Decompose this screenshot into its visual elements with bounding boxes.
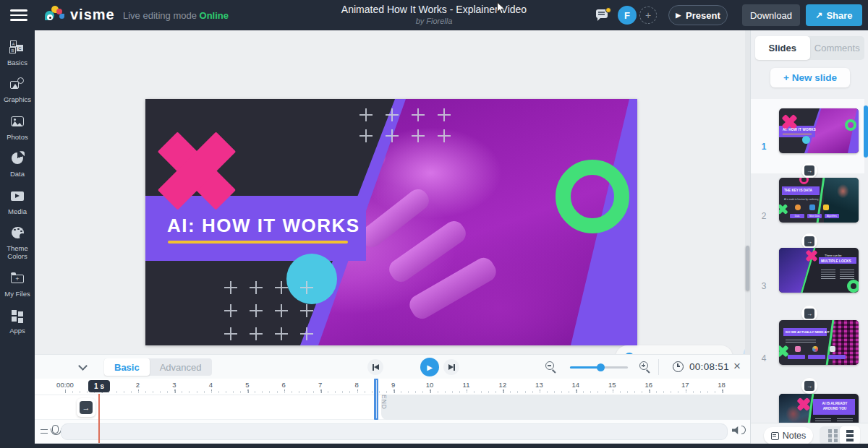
- sidebar-item-basics[interactable]: ABC Basics: [0, 40, 35, 66]
- timeline-ruler[interactable]: 00:00 2 3 4 5 6 7 8 9 10 11 12 13 14 15 …: [35, 379, 750, 395]
- canvas-scrollbar-thumb[interactable]: [746, 246, 749, 290]
- yellow-underline: [168, 241, 348, 244]
- ruler-tick-label: 15: [608, 381, 616, 389]
- live-mode-status: Live editing mode Online: [123, 10, 229, 21]
- slide-title-text[interactable]: AI: HOW IT WORKS: [167, 215, 360, 237]
- notification-dot: [605, 7, 611, 13]
- add-collaborator-button[interactable]: +: [639, 7, 657, 24]
- ruler-start-label: 00:00: [56, 381, 74, 389]
- timeline-toolbar: Basic Advanced ▶ 00:08:51 ×: [35, 354, 750, 379]
- sidebar-item-apps[interactable]: Apps: [0, 309, 35, 335]
- skip-to-start-button[interactable]: [367, 359, 383, 375]
- slide-transition-button[interactable]: →: [801, 306, 817, 322]
- comments-notification-icon[interactable]: [596, 8, 610, 21]
- menu-icon[interactable]: [10, 9, 27, 21]
- tab-slides[interactable]: Slides: [755, 36, 810, 60]
- total-duration: 00:08:51: [689, 361, 729, 372]
- green-ring-shape[interactable]: [556, 160, 629, 233]
- top-bar: visme Live editing mode Online Animated …: [0, 0, 868, 30]
- slide-thumbnail-1[interactable]: AI: HOW IT WORKS: [779, 108, 859, 153]
- notes-button[interactable]: Notes: [764, 427, 813, 444]
- timeline-zoom-out-icon[interactable]: [545, 361, 554, 370]
- ruler-tick-label: 8: [354, 381, 358, 389]
- play-button[interactable]: ▶: [420, 358, 439, 376]
- speaker-wave-icon: [741, 426, 746, 434]
- sidebar-item-graphics[interactable]: Graphics: [0, 77, 35, 103]
- playhead-line[interactable]: [98, 394, 100, 443]
- microphone-icon[interactable]: [52, 425, 59, 434]
- ruler-tick-label: 16: [644, 381, 652, 389]
- left-tool-sidebar: ABC Basics Graphics Photos Data Media Th…: [0, 30, 35, 448]
- tab-basic[interactable]: Basic: [104, 358, 150, 376]
- cyan-circle-shape[interactable]: [286, 254, 337, 304]
- slides-panel: Slides Comments + New slide 1 AI: HOW IT…: [750, 30, 868, 448]
- pink-x-shape[interactable]: [156, 129, 238, 212]
- timeline-zoom-handle[interactable]: [597, 363, 605, 371]
- list-view-button[interactable]: [840, 426, 860, 445]
- slides-scrollbar-thumb[interactable]: [864, 105, 868, 158]
- slide-transition-button[interactable]: →: [801, 163, 817, 178]
- slide-transition-button[interactable]: →: [801, 233, 817, 249]
- canvas-scrollbar[interactable]: [745, 30, 750, 354]
- tab-comments[interactable]: Comments: [810, 36, 865, 60]
- toolbar-divider: [658, 359, 659, 375]
- drag-handle-icon[interactable]: [41, 429, 48, 434]
- panel-tabs: Slides Comments: [755, 36, 864, 60]
- skip-to-end-button[interactable]: [443, 359, 459, 375]
- ruler-tick-label: 11: [463, 381, 470, 389]
- canvas-zoom-control: 42%: [616, 345, 733, 354]
- grid-view-button[interactable]: [820, 426, 840, 445]
- play-icon: ▶: [676, 12, 681, 19]
- slide-thumbnail-4[interactable]: DO WE ACTUALLY NEED AI?: [779, 320, 859, 365]
- slide-canvas[interactable]: AI: HOW IT WORKS: [145, 99, 637, 345]
- sidebar-item-photos[interactable]: Photos: [0, 115, 35, 141]
- timeline-zoom-in-icon[interactable]: [639, 361, 648, 370]
- audio-track-bar[interactable]: [61, 423, 728, 440]
- visme-logo[interactable]: visme: [45, 6, 115, 23]
- share-button[interactable]: ↗ Share: [806, 4, 862, 26]
- playhead-badge[interactable]: 1 s: [88, 380, 110, 392]
- sidebar-item-theme-colors[interactable]: Theme Colors: [0, 226, 35, 261]
- sidebar-item-media[interactable]: Media: [0, 189, 35, 215]
- ruler-tick-label: 10: [426, 381, 434, 389]
- logo-text: visme: [70, 7, 115, 23]
- notes-icon: [771, 432, 779, 440]
- transition-chip[interactable]: →: [77, 398, 95, 417]
- audio-track-row: [35, 420, 750, 444]
- list-view-icon: [846, 430, 854, 433]
- slide-number: 2: [757, 211, 771, 221]
- video-icon: [9, 189, 25, 204]
- ruler-tick-label: 12: [499, 381, 507, 389]
- ruler-tick-label: 3: [172, 381, 176, 389]
- avatar[interactable]: F: [618, 6, 637, 25]
- sidebar-item-my-files[interactable]: + My Files: [0, 272, 35, 298]
- ruler-tick-label: 9: [391, 381, 395, 389]
- close-timeline-icon[interactable]: ×: [733, 359, 741, 374]
- view-toggle: [820, 426, 860, 445]
- editor-canvas: AI: HOW IT WORKS 42%: [35, 30, 745, 354]
- ruler-minor-ticks: [72, 391, 723, 393]
- share-arrow-icon: ↗: [815, 10, 822, 20]
- slide-transition-button[interactable]: →: [801, 378, 817, 394]
- slide-thumbnail-2[interactable]: THE KEY IS DATA AI is made to function b…: [779, 178, 859, 223]
- collapse-timeline-icon[interactable]: [78, 361, 88, 371]
- photo-icon: [9, 115, 25, 129]
- slide-track[interactable]: →: [35, 395, 750, 420]
- new-slide-button[interactable]: + New slide: [770, 68, 850, 87]
- download-button[interactable]: Download: [742, 4, 800, 26]
- track-after-end-region: [381, 395, 750, 420]
- shapes-icon: [9, 77, 25, 92]
- visme-editor: visme Live editing mode Online Animated …: [0, 0, 868, 448]
- speaker-icon[interactable]: [732, 426, 740, 434]
- sidebar-item-data[interactable]: Data: [0, 152, 35, 178]
- bottom-edge: [0, 444, 868, 448]
- ruler-tick-label: 17: [681, 381, 689, 389]
- timeline-zoom-fill: [570, 366, 600, 369]
- present-button[interactable]: ▶ Present: [668, 5, 728, 25]
- end-marker[interactable]: [374, 379, 378, 420]
- slide-number: 1: [757, 142, 771, 152]
- tab-advanced[interactable]: Advanced: [150, 358, 212, 376]
- ruler-tick-label: 14: [572, 381, 580, 389]
- slide-thumbnail-3[interactable]: There can be MULTIPLE LOCKS: [779, 248, 859, 293]
- timeline-mode-tabs: Basic Advanced: [104, 358, 212, 376]
